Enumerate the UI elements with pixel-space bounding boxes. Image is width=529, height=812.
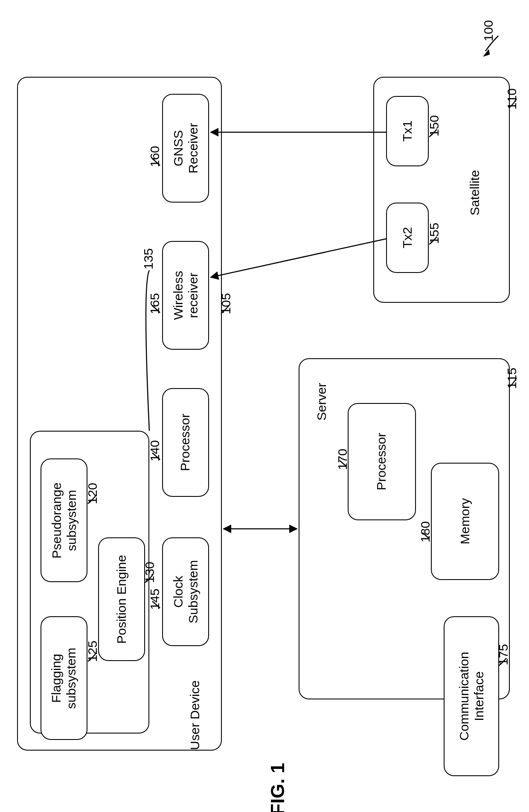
pseudorange-label: Pseudorange subsystem (49, 482, 79, 558)
position-engine-box: Position Engine (98, 537, 145, 661)
ref-140: 140 (148, 440, 162, 461)
position-engine-label: Position Engine (114, 555, 129, 644)
memory-box: Memory (431, 463, 499, 580)
svg-marker-3 (483, 49, 490, 57)
processor-srv-label: Processor (375, 433, 389, 490)
ref-145: 145 (148, 589, 162, 610)
diagram-page: User Device GNSS Receiver Wireless recei… (0, 0, 529, 812)
tx1-label: Tx1 (400, 120, 415, 142)
flagging-label: Flagging subsystem (49, 647, 79, 708)
ref-165: 165 (148, 293, 162, 314)
ref-130: 130 (142, 562, 157, 583)
ref-115: 115 (505, 368, 519, 389)
tx2-box: Tx2 (386, 203, 429, 273)
ref-170: 170 (335, 449, 350, 470)
ref-125: 125 (85, 641, 100, 662)
flagging-box: Flagging subsystem (41, 616, 87, 740)
ref-100: 100 (481, 20, 496, 41)
server-label: Server (314, 383, 329, 420)
memory-label: Memory (458, 498, 473, 544)
ref-180: 180 (418, 521, 433, 542)
gnss-receiver-label: GNSS Receiver (171, 123, 201, 173)
ref-120: 120 (85, 483, 100, 504)
clock-subsystem-label: Clock Subsystem (171, 560, 201, 623)
ref-135: 135 (141, 248, 156, 270)
tx2-label: Tx2 (400, 227, 415, 248)
wireless-receiver-box: Wireless receiver (162, 241, 209, 350)
figure-label: FIG. 1 (267, 763, 288, 812)
wireless-receiver-label: Wireless receiver (171, 271, 201, 320)
tx1-box: Tx1 (386, 96, 429, 166)
ref-110: 110 (505, 88, 519, 110)
ref-105: 105 (219, 293, 233, 314)
processor-ud-box: Processor (162, 388, 209, 497)
ref-150: 150 (427, 115, 442, 136)
svg-line-1 (211, 239, 386, 277)
satellite-label: Satellite (468, 170, 482, 216)
processor-srv-box: Processor (348, 403, 416, 520)
user-device-label: User Device (188, 680, 202, 750)
ref-155: 155 (427, 223, 442, 244)
pseudorange-box: Pseudorange subsystem (41, 458, 87, 582)
gnss-receiver-box: GNSS Receiver (162, 94, 209, 203)
ref-160: 160 (148, 146, 162, 167)
comm-if-label: Communication Interface (457, 652, 486, 740)
comm-if-box: Communication Interface (444, 616, 499, 776)
clock-subsystem-box: Clock Subsystem (162, 537, 209, 646)
processor-ud-label: Processor (178, 414, 193, 471)
ref-175: 175 (496, 644, 511, 665)
